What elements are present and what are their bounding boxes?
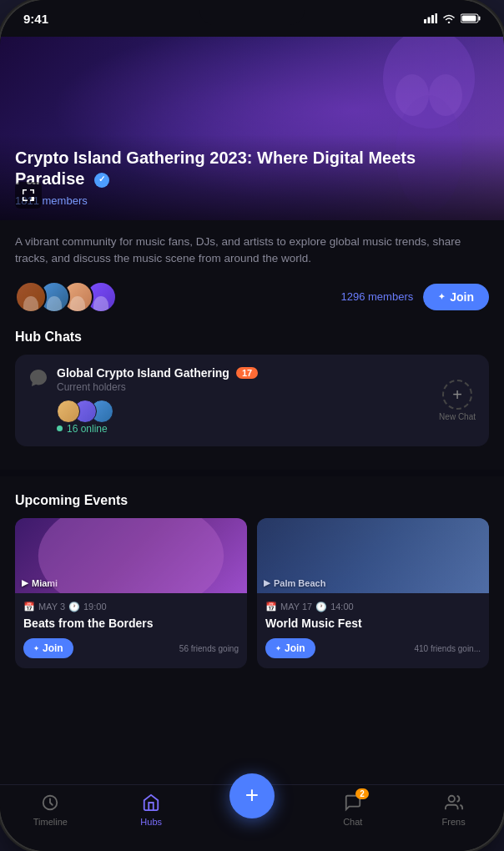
upcoming-events-section: Upcoming Events ▶ Miami 📅 (0, 480, 504, 696)
nav-icon-chat: 2 (342, 792, 364, 813)
hubs-icon (142, 793, 160, 812)
event-name-palm: World Music Fest (265, 617, 481, 631)
avatar-stack (15, 281, 108, 313)
main-content: Crypto Island Gathering 2023: Where Digi… (0, 37, 504, 784)
event-details-miami: 📅 MAY 3 🕐 19:00 Beats from the Borders J… (15, 593, 247, 669)
nav-icon-frens (443, 792, 465, 813)
chat-card[interactable]: Global Crypto Island Gathering 17 Curren… (15, 355, 489, 446)
status-time: 9:41 (23, 12, 48, 26)
battery-icon (461, 13, 481, 23)
location-pin-icon-2: ▶ (264, 578, 270, 587)
event-details-palm: 📅 MAY 17 🕐 14:00 World Music Fest Join 4… (257, 593, 489, 669)
chat-name: Global Crypto Island Gathering (57, 366, 229, 380)
chat-name-row: Global Crypto Island Gathering 17 (57, 366, 439, 380)
hub-chats-title: Hub Chats (15, 330, 489, 345)
event-footer-palm: Join 410 friends goin... (265, 638, 481, 658)
plus-icon: + (245, 783, 259, 807)
chat-notification-badge: 2 (355, 788, 369, 799)
nav-item-hubs[interactable]: Hubs (101, 792, 202, 827)
hero-banner: Crypto Island Gathering 2023: Where Digi… (0, 37, 504, 220)
wifi-icon (442, 13, 456, 23)
event-datetime-miami: 📅 MAY 3 🕐 19:00 (23, 602, 239, 612)
svg-point-10 (429, 74, 462, 116)
friends-going-miami: 56 friends going (179, 644, 239, 653)
online-indicator: 16 online (57, 423, 439, 435)
join-hub-button[interactable]: Join (423, 284, 489, 310)
nav-label-frens: Frens (442, 817, 466, 827)
friends-going-palm: 410 friends goin... (415, 644, 481, 653)
expand-button[interactable] (15, 182, 42, 209)
chat-bubble-icon (28, 368, 48, 388)
event-join-palm[interactable]: Join (265, 638, 315, 658)
online-dot (57, 426, 63, 431)
event-card-miami[interactable]: ▶ Miami 📅 MAY 3 🕐 19:00 Beats fro (15, 518, 247, 669)
hero-title: Crypto Island Gathering 2023: Where Digi… (15, 148, 489, 189)
avatar-1 (15, 281, 47, 313)
frens-icon (445, 793, 463, 812)
event-datetime-palm: 📅 MAY 17 🕐 14:00 (265, 602, 481, 612)
chat-avatars (57, 400, 439, 423)
event-card-palm-beach[interactable]: ▶ Palm Beach 📅 MAY 17 🕐 14:00 Wor (257, 518, 489, 669)
svg-rect-5 (479, 17, 481, 21)
plus-button[interactable]: + (229, 773, 275, 818)
chat-avatar-small-1 (57, 400, 80, 423)
event-name-miami: Beats from the Borders (23, 617, 239, 631)
svg-rect-1 (428, 18, 431, 24)
clock-icon (41, 793, 59, 812)
event-image-palm: ▶ Palm Beach (257, 518, 489, 593)
members-info: 1296 members Join (341, 284, 490, 310)
status-icons (424, 13, 481, 23)
nav-icon-timeline (39, 792, 61, 813)
section-divider (0, 470, 504, 476)
events-section-title: Upcoming Events (15, 493, 489, 508)
hero-members-count: 1811 members (15, 194, 489, 207)
event-location-miami: ▶ Miami (22, 578, 58, 588)
main-body: A vibrant community for music fans, DJs,… (0, 220, 504, 466)
bottom-nav: Timeline Hubs + (0, 784, 504, 851)
event-join-miami[interactable]: Join (23, 638, 73, 658)
nav-label-hubs: Hubs (140, 817, 162, 827)
chat-info: Global Crypto Island Gathering 17 Curren… (57, 366, 439, 435)
members-row: 1296 members Join (15, 281, 489, 313)
phone-frame: 9:41 (0, 0, 504, 851)
nav-icon-hubs (140, 792, 162, 813)
signal-icon (424, 13, 437, 23)
nav-label-chat: Chat (343, 817, 362, 827)
nav-item-plus: + (202, 773, 303, 818)
phone-screen: 9:41 (0, 0, 504, 851)
nav-label-timeline: Timeline (33, 817, 68, 827)
hub-chats-section: Hub Chats Global Crypto Island Gathering… (15, 330, 489, 446)
nav-item-timeline[interactable]: Timeline (0, 792, 101, 827)
chat-card-right: + New Chat (439, 380, 476, 421)
chat-subtitle: Current holders (57, 381, 439, 393)
new-chat-label: New Chat (439, 412, 476, 421)
chat-card-left: Global Crypto Island Gathering 17 Curren… (28, 366, 439, 435)
new-chat-button[interactable]: + New Chat (439, 380, 476, 421)
verified-badge (94, 173, 109, 188)
nav-item-chat[interactable]: 2 Chat (302, 792, 403, 827)
svg-rect-6 (462, 16, 476, 22)
event-image-miami: ▶ Miami (15, 518, 247, 593)
new-chat-circle: + (442, 380, 472, 410)
events-grid: ▶ Miami 📅 MAY 3 🕐 19:00 Beats fro (15, 518, 489, 669)
nav-item-frens[interactable]: Frens (403, 792, 504, 827)
svg-rect-0 (424, 19, 426, 23)
svg-point-9 (396, 74, 429, 116)
chat-badge: 17 (236, 367, 258, 379)
svg-rect-2 (431, 15, 434, 23)
hub-description: A vibrant community for music fans, DJs,… (15, 234, 489, 268)
hero-content: Crypto Island Gathering 2023: Where Digi… (0, 134, 504, 220)
svg-rect-3 (436, 13, 438, 23)
event-location-palm: ▶ Palm Beach (264, 578, 325, 588)
event-footer-miami: Join 56 friends going (23, 638, 239, 658)
location-pin-icon: ▶ (22, 578, 28, 587)
members-count-label: 1296 members (341, 290, 414, 303)
svg-point-12 (448, 796, 454, 802)
notch (199, 0, 305, 25)
